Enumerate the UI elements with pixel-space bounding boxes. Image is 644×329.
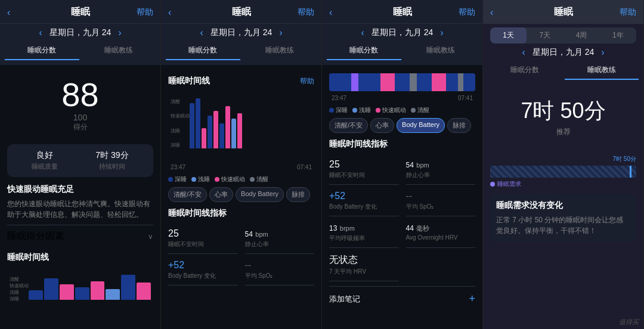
panel3-tab-coaching[interactable]: 睡眠教练 — [404, 42, 478, 60]
panel3-time-labels: 23:47 07:41 — [329, 94, 475, 103]
panel2-metric-1-num: 54 — [245, 230, 253, 238]
legend-awake-label: 清醒 — [256, 175, 268, 184]
p3-legend-awake-dot — [411, 108, 416, 113]
panel3-help-button[interactable]: 帮助 — [459, 7, 475, 18]
p3-filter-awake[interactable]: 清醒/不安 — [329, 118, 368, 133]
panel2-tab-coaching[interactable]: 睡眠教练 — [243, 42, 317, 60]
panel2-prev-arrow[interactable]: ‹ — [197, 27, 205, 38]
panel2-date: 星期日，九月 24 — [210, 27, 272, 38]
panel2-metric-2-value: +52 — [168, 260, 238, 271]
panel3-prev-arrow[interactable]: ‹ — [358, 27, 366, 38]
panel2-bar-row — [190, 98, 300, 148]
panel4-period-1y[interactable]: 1年 — [600, 27, 636, 44]
panel4-recommended-time: 7时 50分 — [490, 97, 636, 126]
panel4-content: 7时 50分 推荐 7时 50分 睡眠需求 睡眠需求没有变化 正常 7 小时 5… — [483, 85, 643, 329]
panel4-prev-arrow[interactable]: ‹ — [519, 47, 527, 58]
panel4-tab-coaching[interactable]: 睡眠教练 — [565, 61, 639, 80]
panel3-metric-5-lbl: Avg Overnight HRV — [406, 234, 476, 241]
panel4-help-button[interactable]: 帮助 — [620, 7, 636, 18]
panel3-back-icon[interactable]: ‹ — [329, 7, 332, 18]
panel3-tab-score[interactable]: 睡眠分数 — [327, 42, 401, 60]
panel4-date-row: ‹ 星期日，九月 24 › — [483, 44, 643, 61]
pb8 — [231, 119, 236, 148]
panel4-period-1d[interactable]: 1天 — [490, 27, 527, 44]
panel3-metric-3-val: -- — [406, 191, 476, 201]
panel3-metric-4: 13 brpm 平均呼吸频率 — [329, 218, 399, 248]
panel4-back-icon[interactable]: ‹ — [490, 7, 493, 18]
panel1-help-button[interactable]: 帮助 — [137, 7, 153, 18]
panel2-back-icon[interactable]: ‹ — [168, 7, 171, 18]
panel2-y-labels: 清醒 快速眠动 浅睡 深睡 — [171, 98, 190, 148]
panel4-period-4w[interactable]: 4周 — [564, 27, 600, 44]
p3-filter-pulse[interactable]: 脉排 — [447, 118, 471, 133]
p3-legend-awake-label: 清醒 — [417, 106, 429, 114]
panel1-back-icon[interactable]: ‹ — [7, 7, 10, 18]
panel3-next-arrow[interactable]: › — [438, 27, 445, 38]
panel2-next-arrow[interactable]: › — [277, 27, 284, 38]
p3-legend-rem-dot — [376, 108, 380, 113]
filter-battery[interactable]: Body Battery — [236, 187, 284, 202]
panel2-date-row: ‹ 星期日，九月 24 › — [161, 24, 321, 42]
pb7 — [225, 106, 230, 148]
panel3-metric-6-val: 无状态 — [329, 254, 399, 266]
panel3-time-end: 07:41 — [458, 95, 473, 101]
bar-7 — [121, 275, 135, 300]
panel1-header: ‹ 睡眠 帮助 — [0, 0, 160, 24]
panel4-tab-score[interactable]: 睡眠分数 — [488, 61, 562, 80]
panel1-tab-coaching[interactable]: 睡眠教练 — [82, 42, 156, 60]
panel1-duration-value: 7时 39分 — [95, 150, 128, 161]
panel4-info-box: 睡眠需求没有变化 正常 7 小时 50 分钟的睡眠时间会让您感觉良好。保持平衡，… — [490, 194, 636, 242]
pb4 — [208, 116, 212, 148]
panel4-date: 星期日，九月 24 — [532, 47, 594, 58]
panel4-info-title: 睡眠需求没有变化 — [496, 200, 630, 211]
panel2-help-link[interactable]: 帮助 — [300, 76, 314, 86]
panel2-help-button[interactable]: 帮助 — [298, 7, 314, 18]
panel3-title: 睡眠 — [393, 6, 412, 18]
legend-rem-dot — [215, 177, 219, 182]
panel1-timeline-header: 睡眠时间线 — [7, 252, 153, 263]
bar-6 — [106, 289, 120, 300]
panel3-metric-6: 无状态 7 天平均 HRV — [329, 249, 399, 281]
panel3-metric-1-val: 54 bpm — [406, 159, 476, 170]
panel1-title: 睡眠 — [71, 6, 90, 18]
panel3-add-note-icon[interactable]: + — [469, 293, 475, 305]
panel4-info-text: 正常 7 小时 50 分钟的睡眠时间会让您感觉良好。保持平衡，干得不错！ — [496, 215, 630, 236]
panel1-tab-score[interactable]: 睡眠分数 — [5, 42, 79, 60]
p3-legend-deep: 深睡 — [329, 106, 348, 114]
panel3-metric-0-lbl: 睡眠不安时间 — [329, 171, 399, 179]
panel2-y-rem: 快速眠动 — [171, 113, 190, 119]
panel3-add-note-row[interactable]: 添加笔记 + — [329, 286, 475, 311]
p3-legend-rem-label: 快速眠动 — [382, 106, 406, 114]
panel1-prev-arrow[interactable]: ‹ — [36, 27, 44, 38]
panel3-date: 星期日，九月 24 — [371, 27, 433, 38]
panel3-metric-2-lbl: Body Battery 变化 — [329, 203, 399, 211]
panel-3: ‹ 睡眠 帮助 ‹ 星期日，九月 24 › 睡眠分数 睡眠教练 23:47 07… — [322, 0, 483, 329]
panel1-score-section: 88 100 得分 — [7, 71, 153, 137]
filter-awake[interactable]: 清醒/不安 — [168, 187, 207, 202]
panel2-metric-3-value: -- — [245, 260, 315, 271]
panel3-metric-0: 25 睡眠不安时间 — [329, 154, 399, 185]
p3-filter-heart[interactable]: 心率 — [370, 118, 394, 133]
panel2-content: 睡眠时间线 帮助 清醒 快速眠动 浅睡 深睡 — [161, 65, 321, 329]
pb3 — [202, 128, 206, 148]
filter-heart[interactable]: 心率 — [209, 187, 233, 202]
panel3-metric-0-val: 25 — [329, 159, 399, 170]
panel4-recommended-label: 推荐 — [490, 127, 636, 137]
panel1-mini-chart: 清醒 快速眠动 浅睡 深睡 — [7, 266, 153, 302]
filter-pulse[interactable]: 脉排 — [286, 187, 310, 202]
panel4-period-7d[interactable]: 7天 — [527, 27, 563, 44]
panel3-header: ‹ 睡眠 帮助 — [322, 0, 482, 24]
p3-filter-battery[interactable]: Body Battery — [397, 118, 445, 133]
panel2-tab-score[interactable]: 睡眠分数 — [166, 42, 240, 60]
panel2-metric-1-label: 静止心率 — [245, 240, 315, 249]
panel2-timeline-title: 睡眠时间线 — [168, 76, 210, 86]
panel1-y-rem: 快速眠动 — [10, 283, 29, 289]
panel1-factors-header[interactable]: 睡眠得分因素 ∨ — [7, 225, 153, 247]
panel1-next-arrow[interactable]: › — [116, 27, 123, 38]
panel4-next-arrow[interactable]: › — [599, 47, 606, 58]
p3-legend-light: 浅睡 — [352, 106, 371, 114]
panel1-factors-chevron: ∨ — [148, 232, 153, 241]
panel3-metrics-grid: 25 睡眠不安时间 54 bpm 静止心率 +52 Body Battery 变… — [329, 154, 475, 281]
panel1-rem-text: 您的快速眼动睡眠让您神清气爽。快速眼动有助于大脑处理信息、解决问题、轻松回忆。 — [7, 198, 153, 220]
panel4-tabs: 睡眠分数 睡眠教练 — [483, 61, 643, 85]
